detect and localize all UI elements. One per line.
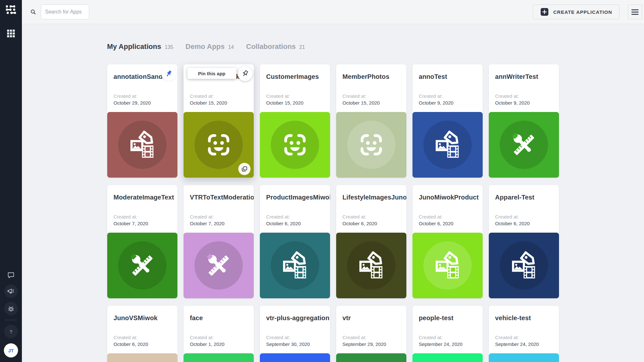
- plus-icon: [540, 8, 549, 16]
- app-name: JunoVSMiwok: [107, 306, 177, 322]
- card-header: MemberPhotos Created at: October 15, 202…: [336, 64, 406, 112]
- sidebar: ? JT: [0, 0, 22, 362]
- created-block: Created at: October 1, 2020: [190, 334, 225, 348]
- created-date: October 6, 2020: [266, 220, 301, 227]
- pin-button[interactable]: [238, 66, 252, 81]
- clarifai-logo[interactable]: [5, 4, 17, 16]
- card-header: annWriterTest Created at: October 9, 202…: [489, 64, 559, 112]
- app-card[interactable]: LifestyleImagesJuno Created at: October …: [336, 185, 406, 298]
- created-label: Created at:: [343, 213, 377, 220]
- created-date: October 6, 2020: [114, 341, 148, 348]
- app-tile: [412, 233, 483, 298]
- app-card[interactable]: MemberPhotos Created at: October 15, 202…: [336, 64, 406, 178]
- pin-icon: [241, 70, 249, 78]
- created-label: Created at:: [114, 334, 148, 341]
- created-label: Created at:: [343, 334, 386, 341]
- app-card[interactable]: Apparel-Test Created at: October 6, 2020: [489, 185, 559, 298]
- app-card[interactable]: vtr-plus-aggregation Created at: Septemb…: [260, 306, 330, 362]
- chat-icon[interactable]: [7, 271, 15, 279]
- created-block: Created at: October 29, 2020: [114, 93, 151, 106]
- app-tile: [412, 112, 483, 178]
- created-block: Created at: October 6, 2020: [419, 213, 454, 227]
- created-date: October 6, 2020: [495, 220, 530, 227]
- announcements-button[interactable]: [4, 284, 18, 298]
- app-name: VTRToTextModeration: [184, 185, 254, 201]
- tools-icon: [509, 130, 539, 160]
- app-card[interactable]: JunoMiwokProduct Created at: October 6, …: [412, 185, 483, 298]
- app-card[interactable]: face Created at: October 1, 2020: [184, 306, 254, 362]
- created-block: Created at: September 30, 2020: [266, 334, 310, 348]
- hamburger-menu-button[interactable]: [628, 5, 642, 19]
- face-icon: [356, 130, 386, 160]
- created-label: Created at:: [266, 213, 301, 220]
- media-icon: [433, 251, 462, 280]
- app-card[interactable]: JunoVSMiwok Created at: October 6, 2020: [107, 306, 177, 362]
- app-name: MemberPhotos: [336, 64, 406, 81]
- card-header: vtr-plus-aggregation Created at: Septemb…: [260, 306, 330, 353]
- app-tile: [184, 353, 254, 362]
- tab-demo-apps[interactable]: Demo Apps 14: [185, 42, 234, 51]
- app-tile: [489, 353, 559, 362]
- app-tile: [489, 112, 559, 178]
- sidebar-divider: [5, 320, 17, 320]
- app-name: LifestyleImagesJuno: [336, 185, 406, 201]
- created-label: Created at:: [190, 334, 225, 341]
- created-label: Created at:: [495, 334, 539, 341]
- tab-label: Collaborations: [246, 42, 296, 51]
- apps-grid-icon[interactable]: [7, 29, 15, 38]
- app-card[interactable]: annotationSandbox Created at: October 29…: [107, 64, 177, 178]
- app-card[interactable]: CustomerImages Created at: October 15, 2…: [260, 64, 330, 178]
- created-label: Created at:: [114, 93, 151, 99]
- app-tile: [260, 112, 330, 178]
- created-block: Created at: October 6, 2020: [495, 213, 530, 227]
- media-icon: [356, 251, 386, 280]
- created-block: Created at: October 6, 2020: [266, 213, 301, 227]
- app-tile: [184, 233, 254, 298]
- bug-report-button[interactable]: [4, 302, 18, 315]
- card-header: annoTest Created at: October 9, 2020: [412, 64, 483, 112]
- created-label: Created at:: [266, 93, 304, 99]
- pin-icon: [165, 70, 173, 78]
- media-icon: [128, 130, 157, 160]
- app-card[interactable]: vehicle-test Created at: September 24, 2…: [489, 306, 559, 362]
- app-card[interactable]: vtr Created at: September 29, 2020: [336, 306, 406, 362]
- app-name: JunoMiwokProduct: [412, 185, 483, 201]
- face-icon: [204, 130, 233, 160]
- created-block: Created at: October 9, 2020: [495, 93, 530, 106]
- app-grid: annotationSandbox Created at: October 29…: [107, 64, 559, 362]
- app-name: face: [184, 306, 254, 322]
- created-label: Created at:: [343, 93, 380, 99]
- created-block: Created at: September 29, 2020: [343, 334, 386, 348]
- search-icon[interactable]: [30, 9, 36, 15]
- pin-tooltip: Pin this app: [187, 68, 236, 79]
- card-header: face Created at: October 1, 2020: [184, 306, 254, 353]
- tab-collaborations[interactable]: Collaborations 21: [246, 42, 305, 51]
- app-name: CustomerImages: [260, 64, 330, 81]
- pin-button[interactable]: [161, 66, 176, 81]
- created-block: Created at: October 7, 2020: [114, 213, 148, 227]
- media-icon: [280, 251, 310, 280]
- create-application-button[interactable]: CREATE APPLICATION: [533, 5, 620, 19]
- help-button[interactable]: ?: [4, 325, 18, 338]
- app-card[interactable]: annoTest Created at: October 9, 2020: [412, 64, 483, 178]
- app-card[interactable]: annWriterTest Created at: October 9, 202…: [489, 64, 559, 178]
- card-header: ProductImagesMiwok Created at: October 6…: [260, 185, 330, 233]
- app-card[interactable]: CustomerCheckIn Created at: October 15, …: [184, 64, 254, 178]
- tab-my-applications[interactable]: My Applications 135: [107, 42, 174, 51]
- app-card[interactable]: VTRToTextModeration Created at: October …: [184, 185, 254, 298]
- search-input[interactable]: [41, 5, 89, 19]
- user-avatar[interactable]: JT: [4, 343, 18, 357]
- created-date: September 29, 2020: [343, 341, 386, 348]
- avatar-initials: JT: [8, 348, 14, 353]
- copy-button[interactable]: [238, 163, 251, 175]
- app-card[interactable]: people-test Created at: September 24, 20…: [412, 306, 483, 362]
- bug-icon: [7, 304, 15, 313]
- card-header: CustomerImages Created at: October 15, 2…: [260, 64, 330, 112]
- app-card[interactable]: ProductImagesMiwok Created at: October 6…: [260, 185, 330, 298]
- tools-icon: [204, 251, 233, 280]
- announcements-icon: [7, 287, 15, 295]
- created-block: Created at: September 24, 2020: [495, 334, 539, 348]
- created-date: October 7, 2020: [190, 220, 225, 227]
- app-card[interactable]: ModerateImageText Created at: October 7,…: [107, 185, 177, 298]
- main-content: My Applications 135 Demo Apps 14 Collabo…: [22, 24, 644, 362]
